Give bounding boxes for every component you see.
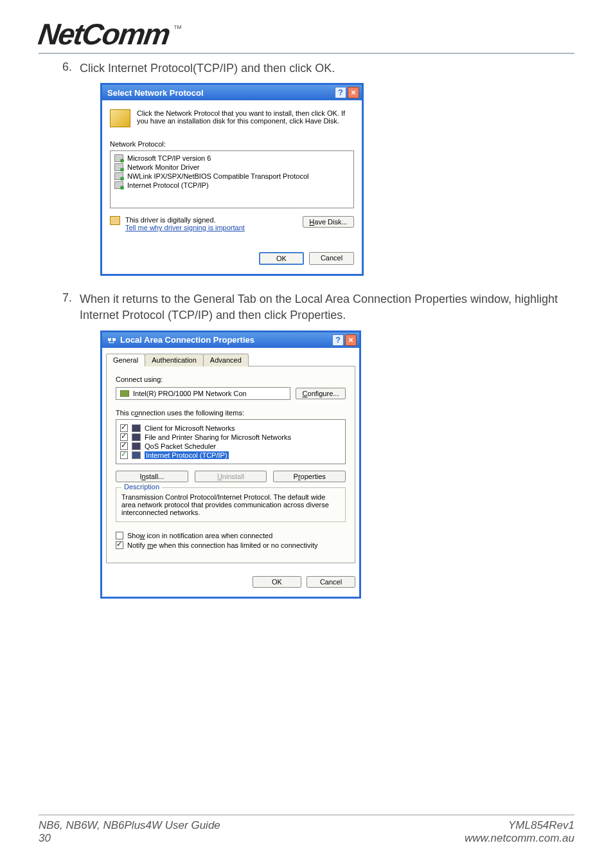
checkbox-label: Show icon in notification area when conn… (127, 532, 272, 539)
protocol-icon (114, 163, 123, 171)
protocol-icon (114, 181, 123, 189)
dialog-select-network-protocol: Select Network Protocol ? × Click the Ne… (100, 83, 364, 276)
adapter-field: Intel(R) PRO/1000 PM Network Con (116, 387, 290, 400)
cancel-button[interactable]: Cancel (306, 576, 355, 588)
show-icon-row[interactable]: Show icon in notification area when conn… (116, 532, 346, 539)
header-divider (39, 53, 574, 54)
protocol-info-icon (110, 109, 130, 127)
service-icon (132, 433, 141, 441)
tab-strip: General Authentication Advanced (106, 354, 359, 366)
trademark-symbol: ™ (173, 23, 182, 33)
protocol-icon (132, 451, 141, 459)
step-7: 7. When it returns to the General Tab on… (58, 291, 574, 323)
signed-text: This driver is digitally signed. (125, 216, 245, 224)
description-group: Description Transmission Control Protoco… (116, 487, 346, 522)
components-list[interactable]: Client for Microsoft Networks File and P… (116, 419, 346, 464)
uses-label: This connection uses the following items… (116, 409, 346, 417)
list-item-label: Network Monitor Driver (127, 163, 199, 171)
footer-divider (39, 815, 574, 815)
footer-guide-title: NB6, NB6W, NB6Plus4W User Guide (39, 819, 220, 832)
notify-row[interactable]: Notify me when this connection has limit… (116, 541, 346, 549)
list-item[interactable]: Microsoft TCP/IP version 6 (114, 154, 350, 163)
list-item-selected[interactable]: Internet Protocol (TCP/IP) (120, 451, 341, 460)
signing-link[interactable]: Tell me why driver signing is important (125, 224, 245, 231)
brand-logo: NetComm (37, 19, 172, 49)
list-item[interactable]: Network Monitor Driver (114, 163, 350, 172)
help-button[interactable]: ? (332, 334, 344, 346)
list-item-label: Internet Protocol (TCP/IP) (127, 181, 209, 189)
step-number: 6. (58, 60, 80, 77)
svg-rect-1 (112, 338, 116, 341)
list-item-label: Internet Protocol (TCP/IP) (145, 451, 229, 459)
configure-button[interactable]: Configure... (296, 388, 346, 399)
list-item[interactable]: Client for Microsoft Networks (120, 424, 341, 433)
certificate-icon (110, 216, 120, 225)
titlebar: Select Network Protocol ? × (102, 85, 362, 100)
connect-using-label: Connect using: (116, 375, 346, 383)
step-6: 6. Click Internet Protocol(TCP/IP) and t… (58, 60, 574, 77)
list-item-label: QoS Packet Scheduler (145, 442, 216, 450)
protocol-icon (114, 172, 123, 180)
protocol-icon (114, 154, 123, 162)
help-button[interactable]: ? (335, 87, 346, 98)
footer-page-number: 30 (39, 832, 51, 845)
page-footer: NB6, NB6W, NB6Plus4W User Guide YML854Re… (39, 815, 574, 845)
checkbox-icon[interactable] (120, 424, 128, 432)
footer-doc-rev: YML854Rev1 (508, 819, 574, 832)
logo-row: NetComm ™ (39, 19, 574, 49)
tab-general[interactable]: General (106, 354, 145, 366)
list-item[interactable]: QoS Packet Scheduler (120, 442, 341, 451)
close-button[interactable]: × (345, 334, 357, 346)
nic-icon (120, 390, 129, 397)
dialog-lan-properties: Local Area Connection Properties ? × Gen… (100, 330, 361, 599)
cancel-button[interactable]: Cancel (309, 252, 354, 265)
step-number: 7. (58, 291, 80, 323)
uninstall-button: Uninstall (195, 471, 267, 482)
description-text: Transmission Control Protocol/Internet P… (121, 493, 340, 516)
dialog-info-text: Click the Network Protocol that you want… (137, 109, 354, 127)
install-button[interactable]: Install... (116, 471, 188, 482)
tab-authentication[interactable]: Authentication (145, 354, 204, 366)
protocol-list[interactable]: Microsoft TCP/IP version 6 Network Monit… (110, 150, 354, 208)
list-item[interactable]: Internet Protocol (TCP/IP) (114, 181, 350, 190)
list-item-label: NWLink IPX/SPX/NetBIOS Compatible Transp… (127, 172, 308, 180)
step-text: Click Internet Protocol(TCP/IP) and then… (80, 60, 574, 77)
list-item[interactable]: NWLink IPX/SPX/NetBIOS Compatible Transp… (114, 172, 350, 181)
client-icon (132, 424, 141, 432)
list-item-label: Microsoft TCP/IP version 6 (127, 154, 211, 162)
service-icon (132, 442, 141, 450)
step-text: When it returns to the General Tab on th… (80, 291, 574, 323)
properties-button[interactable]: Properties (273, 471, 346, 482)
list-item[interactable]: File and Printer Sharing for Microsoft N… (120, 433, 341, 442)
checkbox-icon[interactable] (116, 532, 123, 539)
svg-rect-0 (108, 338, 111, 341)
dialog-title: Local Area Connection Properties (120, 335, 254, 345)
list-item-label: Client for Microsoft Networks (145, 424, 235, 432)
adapter-name: Intel(R) PRO/1000 PM Network Con (133, 390, 247, 397)
checkbox-icon[interactable] (120, 451, 128, 459)
list-label: Network Protocol: (110, 140, 354, 148)
description-legend: Description (121, 483, 162, 491)
checkbox-icon[interactable] (120, 433, 128, 441)
ok-button[interactable]: OK (253, 576, 301, 588)
checkbox-icon[interactable] (120, 442, 128, 450)
connection-icon (107, 336, 116, 345)
titlebar: Local Area Connection Properties ? × (102, 332, 359, 348)
ok-button[interactable]: OK (259, 252, 304, 265)
checkbox-icon[interactable] (116, 541, 123, 549)
list-item-label: File and Printer Sharing for Microsoft N… (145, 433, 291, 441)
dialog-title: Select Network Protocol (107, 88, 204, 98)
checkbox-label: Notify me when this connection has limit… (127, 541, 318, 549)
tab-advanced[interactable]: Advanced (203, 354, 249, 366)
close-button[interactable]: × (348, 87, 359, 98)
have-disk-button[interactable]: HHave Disk...ave Disk... (303, 216, 354, 228)
footer-url: www.netcomm.com.au (465, 832, 574, 845)
